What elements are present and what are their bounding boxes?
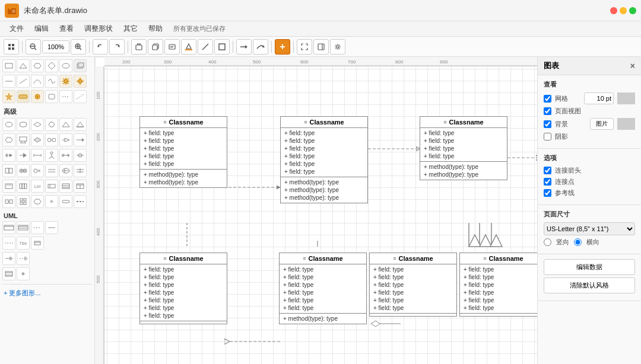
- uml-class-2[interactable]: ≡ Classname + field: type + field: type …: [280, 116, 368, 203]
- shape-item[interactable]: [74, 195, 87, 208]
- page-size-select[interactable]: US-Letter (8,5" x 11"): [544, 222, 635, 235]
- shape-item-3d[interactable]: [74, 59, 87, 72]
- shape-item[interactable]: [45, 221, 58, 234]
- uml-class-5[interactable]: ≡ Classname + field: type + field: type …: [139, 253, 227, 324]
- shape-gear-1[interactable]: [59, 75, 72, 88]
- shape-item[interactable]: [2, 133, 15, 146]
- shape-item[interactable]: [2, 75, 15, 88]
- shape-item[interactable]: [31, 164, 44, 177]
- page-view-checkbox[interactable]: [544, 107, 551, 115]
- shape-item[interactable]: [2, 195, 15, 208]
- menu-adjust[interactable]: 调整形状: [80, 23, 118, 35]
- shape-item[interactable]: [31, 221, 44, 234]
- ref-lines-checkbox[interactable]: [544, 189, 551, 197]
- shape-item[interactable]: [59, 133, 72, 146]
- menu-file[interactable]: 文件: [5, 23, 28, 35]
- landscape-radio[interactable]: [574, 238, 582, 246]
- shape-item[interactable]: [2, 221, 15, 234]
- shape-item[interactable]: [17, 180, 30, 193]
- shape-item[interactable]: Lbl: [31, 180, 44, 193]
- shape-item[interactable]: [31, 59, 44, 72]
- maximize-button[interactable]: [629, 7, 636, 14]
- clear-style-btn[interactable]: 清除默认风格: [544, 277, 635, 293]
- shape-item[interactable]: [45, 180, 58, 193]
- uml-class-1[interactable]: ≡ Classname + field: type + field: type …: [139, 116, 227, 188]
- more-shapes-link[interactable]: + 更多图形...: [2, 287, 92, 299]
- delete-btn[interactable]: [131, 39, 147, 55]
- background-image-btn[interactable]: 图片: [590, 118, 614, 130]
- uml-class-3[interactable]: ≡ Classname + field: type + field: type …: [420, 116, 507, 180]
- shape-item[interactable]: [31, 90, 44, 103]
- shape-item[interactable]: [59, 118, 72, 131]
- shape-item[interactable]: [17, 90, 30, 103]
- undo-btn[interactable]: [93, 39, 108, 55]
- portrait-radio[interactable]: [544, 238, 551, 246]
- shape-item[interactable]: [59, 90, 72, 103]
- shape-item[interactable]: [17, 149, 30, 162]
- sidebar-toggle-btn[interactable]: [313, 39, 329, 55]
- connect-arrows-checkbox[interactable]: [544, 167, 551, 174]
- shape-item[interactable]: ⊕: [17, 267, 30, 280]
- line-btn[interactable]: [198, 39, 213, 55]
- shape-item[interactable]: [74, 149, 87, 162]
- shape-item[interactable]: [31, 118, 44, 131]
- shape-item[interactable]: [17, 195, 30, 208]
- zoom-in-btn[interactable]: [71, 39, 86, 55]
- shape-item[interactable]: [2, 164, 15, 177]
- shape-item[interactable]: [17, 133, 30, 146]
- shape-item[interactable]: [31, 75, 44, 88]
- shape-item[interactable]: [17, 221, 30, 234]
- shape-item[interactable]: [17, 75, 30, 88]
- shape-item[interactable]: [74, 164, 87, 177]
- background-checkbox[interactable]: [544, 120, 551, 128]
- shape-item[interactable]: [2, 118, 15, 131]
- shape-item[interactable]: [31, 133, 44, 146]
- shadow-checkbox[interactable]: [544, 133, 551, 141]
- menu-help[interactable]: 帮助: [144, 23, 167, 35]
- fullscreen-btn[interactable]: [297, 39, 312, 55]
- grid-color-picker[interactable]: [617, 92, 635, 104]
- shape-item[interactable]: [2, 252, 15, 265]
- shape-item[interactable]: [17, 59, 30, 72]
- shape-item[interactable]: [45, 164, 58, 177]
- shape-item[interactable]: «»: [31, 237, 44, 250]
- copy-btn[interactable]: [148, 39, 163, 55]
- canvas-container[interactable]: 200 300 400 500 600 700 800 900 100 200 …: [95, 57, 537, 364]
- shape-item[interactable]: [45, 75, 58, 88]
- shape-item[interactable]: [45, 118, 58, 131]
- shape-item[interactable]: [59, 149, 72, 162]
- redo-btn[interactable]: [109, 39, 125, 55]
- shape-item[interactable]: [45, 133, 58, 146]
- format-btn[interactable]: [164, 39, 180, 55]
- shape-item[interactable]: [2, 237, 15, 250]
- menu-view[interactable]: 查看: [55, 23, 78, 35]
- uml-class-8[interactable]: ≡ Classname + field: type + field: type …: [459, 253, 537, 317]
- shape-item[interactable]: [74, 118, 87, 131]
- shape-item[interactable]: [2, 59, 15, 72]
- menu-other[interactable]: 其它: [119, 23, 142, 35]
- border-btn[interactable]: [214, 39, 230, 55]
- zoom-input[interactable]: [42, 40, 69, 53]
- toolbar-home-btn[interactable]: [4, 39, 19, 55]
- uml-class-6[interactable]: ≡ Classname + field: type + field: type …: [279, 253, 367, 324]
- shape-item[interactable]: [45, 90, 58, 103]
- add-btn[interactable]: +: [275, 39, 290, 55]
- shape-item[interactable]: [31, 149, 44, 162]
- shape-star[interactable]: [2, 90, 15, 103]
- minimize-button[interactable]: [620, 7, 627, 14]
- shape-item[interactable]: [59, 195, 72, 208]
- shape-item[interactable]: [59, 164, 72, 177]
- shape-item[interactable]: [59, 180, 72, 193]
- shape-item[interactable]: [59, 59, 72, 72]
- shape-item[interactable]: Title: [17, 237, 30, 250]
- shape-item[interactable]: [31, 195, 44, 208]
- close-button[interactable]: [610, 7, 617, 14]
- close-panel-icon[interactable]: ×: [630, 61, 635, 71]
- shape-item[interactable]: [2, 149, 15, 162]
- shape-item[interactable]: [17, 252, 30, 265]
- grid-value-input[interactable]: [584, 92, 614, 104]
- uml-class-7[interactable]: ≡ Classname + field: type + field: type …: [369, 253, 457, 317]
- shape-item[interactable]: [2, 267, 15, 280]
- edit-data-btn[interactable]: 编辑数据: [544, 259, 635, 275]
- shape-gear-2[interactable]: [74, 75, 87, 88]
